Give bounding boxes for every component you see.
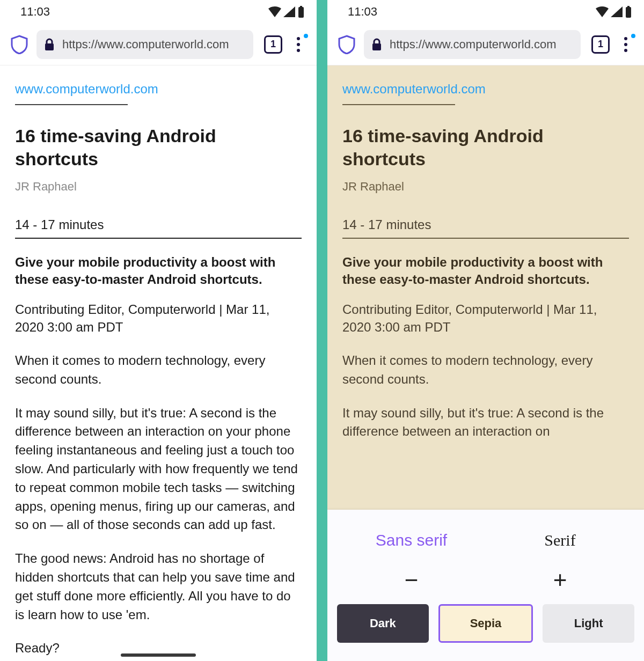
status-icons: [268, 6, 305, 18]
article-author: JR Raphael: [15, 180, 302, 194]
url-bar[interactable]: https://www.computerworld.com: [36, 30, 253, 59]
article-paragraph: When it comes to modern technology, ever…: [15, 351, 302, 389]
tab-count-number: 1: [270, 39, 276, 50]
svg-rect-4: [627, 6, 630, 8]
signal-icon: [611, 6, 623, 17]
article-author: JR Raphael: [342, 180, 629, 194]
tracking-protection-icon[interactable]: [8, 33, 31, 56]
tab-switcher[interactable]: 1: [591, 35, 610, 54]
notification-dot-icon: [631, 34, 635, 38]
tracking-protection-icon[interactable]: [335, 33, 358, 56]
article-subhead: Give your mobile productivity a boost wi…: [342, 254, 629, 289]
browser-toolbar: https://www.computerworld.com 1: [0, 24, 317, 65]
article-paragraph: The good news: Android has no shortage o…: [15, 549, 302, 624]
overflow-menu[interactable]: [615, 33, 636, 56]
divider: [342, 238, 629, 239]
read-time: 14 - 17 minutes: [15, 217, 302, 232]
article-subhead: Give your mobile productivity a boost wi…: [15, 254, 302, 289]
font-sans-serif-button[interactable]: Sans serif: [337, 522, 486, 559]
battery-icon: [297, 6, 305, 18]
wifi-icon: [268, 6, 281, 17]
article-meta: Contributing Editor, Computerworld | Mar…: [15, 300, 302, 336]
status-time: 11:03: [20, 5, 50, 19]
svg-rect-5: [372, 43, 381, 50]
signal-icon: [283, 6, 295, 17]
url-bar[interactable]: https://www.computerworld.com: [364, 30, 581, 59]
theme-row: Dark Sepia Light: [337, 604, 634, 646]
article-paragraph: It may sound silly, but it's true: A sec…: [342, 404, 629, 442]
article-paragraph: When it comes to modern technology, ever…: [342, 351, 629, 389]
lock-icon: [371, 38, 382, 51]
divider: [342, 104, 455, 105]
theme-sepia-button[interactable]: Sepia: [438, 604, 533, 643]
svg-rect-2: [45, 43, 54, 50]
theme-light-button[interactable]: Light: [543, 604, 634, 643]
increase-font-button[interactable]: +: [486, 559, 634, 601]
svg-rect-3: [626, 7, 631, 18]
site-link[interactable]: www.computerworld.com: [15, 82, 302, 97]
url-text: https://www.computerworld.com: [62, 38, 229, 52]
read-time: 14 - 17 minutes: [342, 217, 629, 232]
font-serif-button[interactable]: Serif: [486, 522, 634, 559]
article-meta: Contributing Editor, Computerworld | Mar…: [342, 300, 629, 336]
divider: [15, 104, 128, 105]
theme-dark-button[interactable]: Dark: [337, 604, 429, 643]
url-text: https://www.computerworld.com: [390, 38, 557, 52]
divider: [15, 238, 302, 239]
article-title: 16 time-saving Android shortcuts: [15, 124, 302, 170]
status-icons: [596, 6, 632, 18]
article-title: 16 time-saving Android shortcuts: [342, 124, 629, 170]
font-row: Sans serif Serif: [337, 522, 634, 559]
tab-switcher[interactable]: 1: [264, 35, 282, 54]
reader-content[interactable]: www.computerworld.com 16 time-saving And…: [0, 65, 317, 661]
wifi-icon: [596, 6, 609, 17]
lock-icon: [44, 38, 55, 51]
article-paragraph: It may sound silly, but it's true: A sec…: [15, 404, 302, 535]
notification-dot-icon: [304, 34, 308, 38]
svg-rect-1: [300, 6, 302, 8]
overflow-menu[interactable]: [288, 33, 309, 56]
browser-toolbar: https://www.computerworld.com 1: [327, 24, 644, 65]
status-bar: 11:03: [0, 0, 317, 24]
battery-icon: [625, 6, 632, 18]
tab-count-number: 1: [598, 39, 603, 50]
decrease-font-button[interactable]: −: [337, 559, 486, 601]
size-row: − +: [337, 559, 634, 601]
site-link[interactable]: www.computerworld.com: [342, 82, 629, 97]
phone-right: 11:03 https://www.computerworld.com 1 ww…: [327, 0, 644, 661]
status-bar: 11:03: [327, 0, 644, 24]
phone-left: 11:03 https://www.computerworld.com 1 ww…: [0, 0, 317, 661]
reader-settings-sheet: Sans serif Serif − + Dark Sepia Light: [327, 510, 644, 661]
svg-rect-0: [298, 7, 304, 18]
home-indicator[interactable]: [121, 653, 196, 657]
status-time: 11:03: [348, 5, 377, 19]
